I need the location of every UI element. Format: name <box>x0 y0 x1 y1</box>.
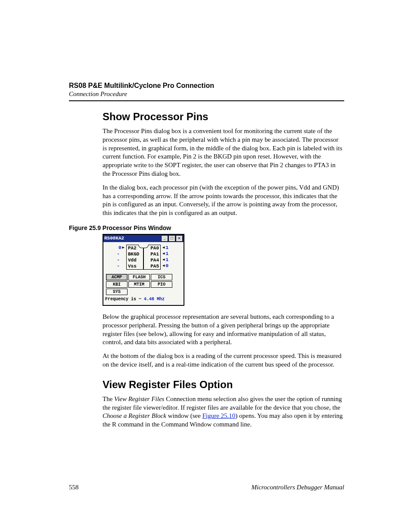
section-heading-view-register-files: View Register Files Option <box>103 379 344 391</box>
peripheral-button-flash[interactable]: FLASH <box>128 274 150 280</box>
manual-title: Microcontrollers Debugger Manual <box>79 484 345 491</box>
body-paragraph: In the dialog box, each processor pin (w… <box>103 184 344 218</box>
peripheral-button-kbi[interactable]: KBI <box>106 281 128 288</box>
pin-label: PA4 <box>143 257 160 263</box>
arrow-left-icon: ◀ <box>162 245 165 250</box>
pin-label: Vdd <box>127 257 143 263</box>
body-paragraph: The View Register Files Connection menu … <box>103 395 344 429</box>
pin-value: 1 <box>165 257 168 262</box>
peripheral-button-sys[interactable]: SYS <box>106 289 128 295</box>
pin-label: BKGD <box>127 251 143 257</box>
running-header-subtitle: Connection Procedure <box>69 90 344 98</box>
minimize-icon[interactable]: _ <box>161 235 168 242</box>
pin-label: PA1 <box>143 251 160 257</box>
body-paragraph: Below the graphical processor representa… <box>103 313 344 347</box>
section-heading-show-processor-pins: Show Processor Pins <box>103 111 344 123</box>
chip-diagram: PA2PA0 BKGDPA1 VddPA4 VssPA5 <box>126 245 161 270</box>
pin-value: 0 <box>118 245 121 250</box>
dialog-titlebar[interactable]: RS08KA2 _ □ × <box>103 235 184 242</box>
pin-label: Vss <box>127 263 143 269</box>
processor-pins-dialog: RS08KA2 _ □ × 0▶ - - - <box>103 234 184 306</box>
header-rule <box>69 100 344 101</box>
close-icon[interactable]: × <box>176 235 183 242</box>
pin-value: - <box>117 257 120 262</box>
pin-value: - <box>117 263 120 268</box>
dialog-title: RS08KA2 <box>104 236 124 241</box>
pin-value: 1 <box>165 245 168 250</box>
arrow-right-icon: ▶ <box>122 245 125 250</box>
peripheral-button-acmp[interactable]: ACMP <box>106 274 128 280</box>
figure-link[interactable]: Figure 25.10 <box>202 412 236 419</box>
pin-value: 1 <box>165 251 168 256</box>
frequency-readout: Frequency is ~ 4.46 Mhz <box>105 297 182 302</box>
running-header-title: RS08 P&E Multilink/Cyclone Pro Connectio… <box>69 82 344 90</box>
figure-caption: Figure 25.9 Processor Pins Window <box>69 224 344 231</box>
peripheral-button-pio[interactable]: PIO <box>151 281 172 288</box>
arrow-left-icon: ◀ <box>162 257 165 262</box>
page-number: 558 <box>69 484 79 491</box>
body-paragraph: The Processor Pins dialog box is a conve… <box>103 127 344 178</box>
body-paragraph: At the bottom of the dialog box is a rea… <box>103 352 344 369</box>
pin-value: 0 <box>165 263 168 268</box>
peripheral-button-ics[interactable]: ICS <box>151 274 172 280</box>
arrow-left-icon: ◀ <box>162 251 165 256</box>
peripheral-button-mtim[interactable]: MTIM <box>128 281 150 288</box>
pin-value: - <box>117 251 120 256</box>
arrow-left-icon: ◀ <box>162 263 165 268</box>
pin-label: PA5 <box>143 263 160 269</box>
maximize-icon[interactable]: □ <box>168 235 175 242</box>
